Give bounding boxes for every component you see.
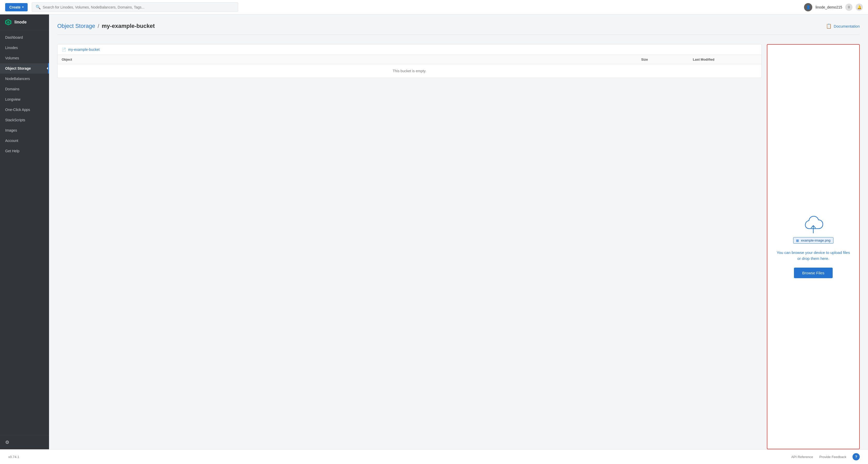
sidebar-item-domains[interactable]: Domains — [0, 84, 49, 94]
breadcrumb: Object Storage / my-example-bucket 📋 Doc… — [57, 23, 860, 29]
sidebar-item-label: Longview — [5, 97, 20, 101]
sidebar-item-images[interactable]: Images — [0, 125, 49, 135]
table-panel: 📄 my-example-bucket Object Size Last Mod… — [57, 44, 762, 449]
create-button[interactable]: Create ▾ — [5, 3, 28, 11]
column-object: Object — [62, 58, 641, 61]
sidebar-item-label: Images — [5, 128, 17, 132]
upload-file-name: example-image.png — [801, 239, 830, 242]
version-label: v0.74.1 — [8, 455, 19, 459]
browse-files-button[interactable]: Browse Files — [794, 268, 833, 278]
sidebar-item-label: One-Click Apps — [5, 107, 30, 112]
breadcrumb-current: my-example-bucket — [102, 23, 155, 29]
sidebar-item-longview[interactable]: Longview — [0, 94, 49, 104]
sidebar-item-one-click-apps[interactable]: One-Click Apps — [0, 104, 49, 115]
provide-feedback-link[interactable]: Provide Feedback — [819, 455, 846, 459]
api-reference-link[interactable]: API Reference — [792, 455, 813, 459]
sidebar-bottom: ⚙ — [0, 435, 49, 449]
table-header: Object Size Last Modified — [58, 55, 762, 64]
sidebar-nav: Dashboard Linodes Volumes Object Storage… — [0, 30, 49, 435]
linode-logo-icon — [5, 19, 12, 26]
sidebar: linode Dashboard Linodes Volumes Object … — [0, 14, 49, 449]
help-icon[interactable]: ? — [852, 453, 860, 460]
sidebar-item-volumes[interactable]: Volumes — [0, 53, 49, 63]
sidebar-item-dashboard[interactable]: Dashboard — [0, 32, 49, 42]
app-name: linode — [14, 20, 27, 25]
footer-right: API Reference Provide Feedback ? — [792, 453, 860, 460]
upload-cloud-icon — [802, 215, 825, 236]
sidebar-item-label: StackScripts — [5, 118, 25, 122]
sidebar-item-linodes[interactable]: Linodes — [0, 42, 49, 53]
avatar: 👤 — [804, 3, 812, 11]
folder-icon: 📄 — [62, 48, 66, 52]
search-bar: 🔍 — [32, 2, 238, 12]
breadcrumb-object-storage-link[interactable]: Object Storage — [57, 23, 95, 29]
column-last-modified: Last Modified — [693, 58, 757, 61]
sidebar-item-label: NodeBalancers — [5, 76, 30, 81]
bell-icon[interactable]: 🔔 — [856, 4, 863, 11]
sidebar-item-label: Domains — [5, 87, 19, 91]
column-size: Size — [641, 58, 693, 61]
content-row: 📄 my-example-bucket Object Size Last Mod… — [57, 44, 860, 449]
username-label: linode_demo215 — [815, 5, 842, 9]
file-chip-icon: ▦ — [796, 239, 799, 242]
sidebar-item-nodebalancers[interactable]: NodeBalancers — [0, 73, 49, 84]
documentation-icon: 📋 — [826, 23, 832, 29]
search-input[interactable] — [43, 5, 234, 9]
layout: linode Dashboard Linodes Volumes Object … — [0, 14, 868, 449]
create-label: Create — [9, 5, 21, 9]
topnav-right: 👤 linode_demo215 0 🔔 — [804, 3, 863, 11]
sidebar-item-label: Object Storage — [5, 66, 31, 70]
documentation-label: Documentation — [834, 24, 860, 28]
sidebar-item-label: Get Help — [5, 149, 19, 153]
table-empty-message: This bucket is empty. — [58, 64, 762, 78]
bucket-section: 📄 my-example-bucket Object Size Last Mod… — [57, 44, 762, 78]
active-arrow-indicator — [47, 66, 49, 71]
chevron-down-icon: ▾ — [22, 6, 24, 8]
bucket-breadcrumb: 📄 my-example-bucket — [58, 44, 762, 55]
upload-dropzone[interactable]: ▦ example-image.png You can browse your … — [767, 44, 860, 449]
sidebar-item-label: Linodes — [5, 46, 18, 50]
bucket-name-link[interactable]: my-example-bucket — [68, 48, 100, 52]
upload-file-chip: ▦ example-image.png — [793, 237, 833, 244]
gear-icon[interactable]: ⚙ — [5, 440, 9, 445]
main-content: Object Storage / my-example-bucket 📋 Doc… — [49, 14, 868, 449]
footer: v0.74.1 API Reference Provide Feedback ? — [0, 449, 868, 464]
notification-badge[interactable]: 0 — [845, 4, 852, 11]
documentation-link[interactable]: 📋 Documentation — [826, 23, 860, 29]
sidebar-item-account[interactable]: Account — [0, 135, 49, 146]
topnav: Create ▾ 🔍 👤 linode_demo215 0 🔔 — [0, 0, 868, 14]
sidebar-item-label: Dashboard — [5, 35, 23, 39]
breadcrumb-separator: / — [98, 23, 99, 29]
search-icon: 🔍 — [36, 5, 41, 9]
sidebar-item-label: Volumes — [5, 56, 19, 60]
sidebar-item-stackscripts[interactable]: StackScripts — [0, 115, 49, 125]
upload-description: You can browse your device to upload fil… — [775, 250, 851, 261]
notif-count: 0 — [848, 5, 850, 9]
sidebar-logo: linode — [0, 14, 49, 30]
sidebar-item-get-help[interactable]: Get Help — [0, 146, 49, 156]
sidebar-item-object-storage[interactable]: Object Storage — [0, 63, 49, 73]
sidebar-item-label: Account — [5, 138, 18, 143]
